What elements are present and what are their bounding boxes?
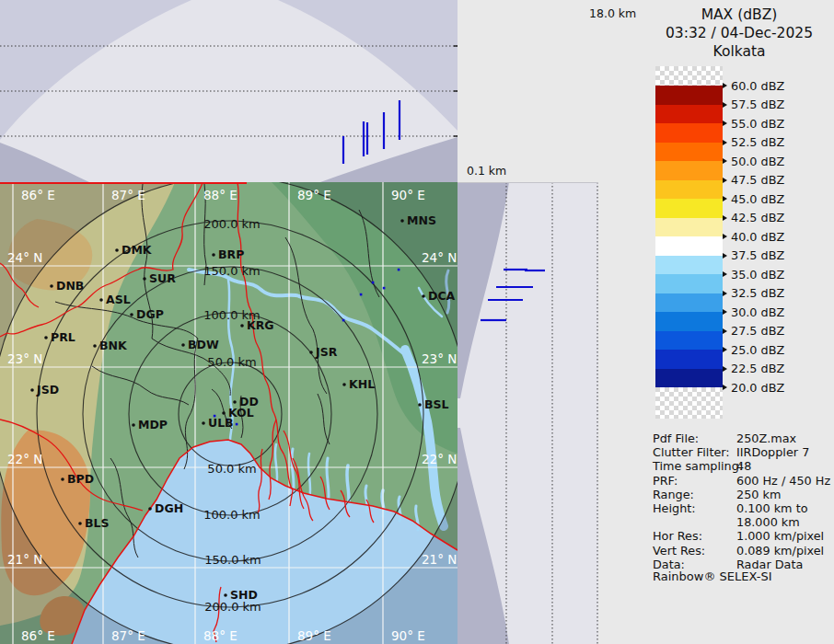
metadata-row: PRF:600 Hz / 450 Hz [653, 474, 832, 488]
range-ring-label: 150.0 km [204, 553, 261, 567]
tick-arrow-icon [723, 291, 727, 296]
lon-label-bottom: 90° E [391, 628, 425, 643]
metadata-key: Height: [653, 501, 696, 515]
scale-tick: 57.5 dBZ [723, 98, 784, 112]
station-dot [148, 507, 152, 511]
tick-arrow-icon [723, 196, 727, 201]
map-panel: 200.0 km150.0 km100.0 km50.0 km50.0 km10… [0, 182, 458, 644]
station-label: DMK [122, 243, 153, 257]
scale-tick-label: 50.0 dBZ [731, 155, 784, 168]
scale-tick-label: 45.0 dBZ [731, 192, 784, 206]
lon-label-top: 86° E [21, 188, 55, 202]
metadata-row: Time sampling:48 [653, 459, 832, 473]
lat-label-left: 22° N [7, 452, 42, 466]
tick-arrow-icon [723, 102, 727, 108]
map-canvas: 200.0 km150.0 km100.0 km50.0 km50.0 km10… [0, 182, 458, 644]
radar-echo-dot [383, 287, 386, 290]
station-dot [202, 421, 205, 425]
scale-tick: 55.0 dBZ [723, 116, 784, 131]
metadata-row: Clutter Filter:IIRDoppler 7 [653, 445, 832, 459]
tick-arrow-icon [723, 121, 727, 126]
scale-tick: 42.5 dBZ [723, 211, 784, 225]
color-block [655, 218, 723, 237]
station-label: BLS [85, 516, 110, 530]
metadata-row: 18.000 km [653, 515, 832, 529]
tick-arrow-icon [723, 366, 727, 372]
radar-station-name: Kolkata [644, 43, 834, 60]
metadata-value: 1.000 km/pixel [736, 529, 824, 543]
scale-tick-label: 57.5 dBZ [731, 98, 784, 111]
metadata-row: Height:0.100 km to [653, 501, 832, 515]
tick-arrow-icon [723, 234, 727, 239]
height-axis-max-label: 18.0 km [589, 6, 636, 20]
lon-label-bottom: 89° E [297, 628, 331, 643]
scale-tick-label: 20.0 dBZ [731, 381, 784, 395]
product-title: MAX (dBZ) [644, 6, 834, 23]
scale-tick: 45.0 dBZ [723, 191, 784, 206]
metadata-value: 600 Hz / 450 Hz [736, 474, 830, 488]
station-label: BNK [99, 339, 128, 352]
scale-tick: 20.0 dBZ [723, 380, 784, 395]
radar-echo-dot [398, 269, 400, 271]
station-label: ASL [106, 293, 131, 306]
scale-tick-label: 52.5 dBZ [731, 135, 784, 149]
legend-panel: MAX (dBZ) 03:32 / 04-Dec-2025 Kolkata 60… [644, 0, 834, 644]
station-dot [78, 522, 82, 525]
color-block [655, 143, 723, 162]
tick-arrow-icon [723, 328, 727, 334]
metadata-row: Pdf File:250Z.max [653, 431, 832, 445]
metadata-value: 18.000 km [736, 515, 800, 529]
lat-label-right: 21° N [422, 552, 457, 567]
station-dot [130, 313, 133, 316]
metadata-key: Clutter Filter: [653, 445, 730, 459]
station-label: SUR [149, 271, 176, 285]
station-label: KHL [349, 377, 375, 391]
scale-tick-label: 25.0 dBZ [731, 343, 784, 357]
color-block [655, 123, 723, 143]
range-ring-label: 200.0 km [204, 600, 261, 614]
station-dot [342, 383, 346, 386]
range-ring-label: 100.0 km [203, 508, 261, 522]
tick-arrow-icon [723, 271, 727, 277]
tick-arrow-icon [723, 253, 727, 259]
station-dot [143, 277, 146, 281]
station-label: MDP [138, 418, 168, 431]
metadata-row: Hor Res:1.000 km/pixel [653, 529, 832, 543]
station-dot [61, 477, 64, 481]
metadata-key: Pdf File: [653, 431, 699, 445]
ns-profile-echoes [481, 270, 545, 320]
ns-profile-canvas [458, 182, 598, 644]
station-dot [44, 336, 48, 339]
lon-label-bottom: 86° E [21, 628, 55, 643]
scale-tick: 40.0 dBZ [723, 229, 784, 244]
tick-arrow-icon [723, 83, 727, 88]
station-dot [233, 400, 237, 404]
station-dot [224, 593, 227, 597]
metadata-value: 48 [736, 459, 751, 473]
station-label: DGH [155, 501, 183, 515]
color-block [655, 369, 723, 388]
lon-label-top: 90° E [391, 188, 425, 202]
radar-echo-dot [342, 319, 345, 322]
station-label: MNS [407, 213, 436, 227]
lat-label-left: 24° N [7, 250, 42, 265]
station-dot [132, 423, 135, 427]
scale-tick-label: 42.5 dBZ [731, 211, 784, 224]
unscanned-region-right [278, 0, 458, 131]
scale-tick: 52.5 dBZ [723, 135, 784, 150]
metadata-row: Vert Res:0.089 km/pixel [653, 544, 832, 558]
scale-tick-label: 27.5 dBZ [731, 324, 784, 338]
blind-wedge-bottom [458, 428, 509, 644]
scale-tick: 30.0 dBZ [723, 305, 784, 319]
tick-arrow-icon [723, 178, 727, 183]
height-axis-min-label: 0.1 km [467, 164, 506, 178]
lon-label-top: 88° E [203, 188, 237, 202]
radar-echo-dot [372, 282, 375, 284]
metadata-value: 250 km [736, 488, 781, 501]
scale-tick-label: 22.5 dBZ [731, 362, 784, 375]
lon-label-bottom: 88° E [203, 628, 237, 643]
lat-label-right: 23° N [422, 351, 457, 366]
tick-arrow-icon [723, 158, 727, 164]
station-label: DGP [136, 307, 164, 321]
unscanned-region-left [0, 0, 191, 140]
